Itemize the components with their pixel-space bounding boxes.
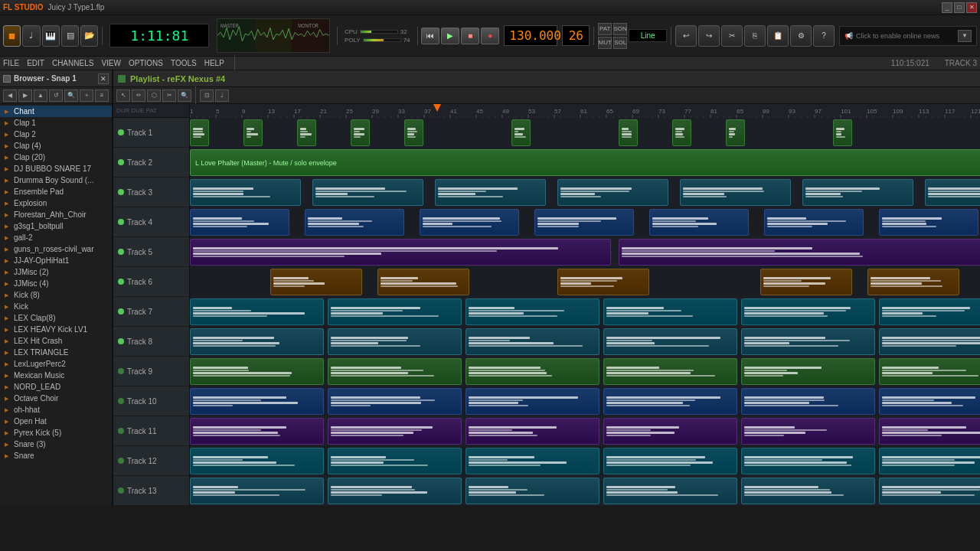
pattern-block[interactable] — [190, 448, 324, 474]
pl-tool-draw[interactable]: ✏ — [132, 90, 145, 102]
bpm-display[interactable]: 130.000 — [504, 25, 557, 46]
track-row[interactable] — [190, 178, 980, 207]
browser-item[interactable]: ▶Clap (4) — [0, 140, 112, 152]
track-row[interactable] — [190, 118, 980, 148]
pattern-block[interactable] — [190, 328, 324, 355]
icon-piano[interactable]: 🎹 — [42, 25, 60, 47]
paste-icon[interactable]: 📋 — [767, 25, 789, 47]
browser-item[interactable]: ▶DJ BUBBO SNARE 17 — [0, 163, 112, 174]
pattern-block[interactable] — [534, 209, 634, 236]
track-row[interactable] — [190, 416, 980, 446]
track-row[interactable] — [190, 357, 980, 386]
browser-close[interactable]: ✕ — [98, 73, 109, 84]
browser-item[interactable]: ▶JJMisc (4) — [0, 278, 112, 289]
pattern-block[interactable] — [190, 418, 324, 445]
close-button[interactable]: ✕ — [966, 2, 977, 13]
pattern-block[interactable] — [603, 478, 737, 504]
pattern-block[interactable] — [328, 298, 462, 325]
browser-item[interactable]: ▶Chant — [0, 106, 112, 117]
menu-edit[interactable]: EDIT — [27, 59, 44, 67]
browser-item[interactable]: ▶oh-hhat — [0, 404, 112, 416]
pattern-block[interactable] — [404, 119, 423, 146]
pattern-block[interactable] — [925, 179, 980, 206]
pattern-block[interactable] — [741, 298, 875, 325]
browser-item[interactable]: ▶Kick — [0, 301, 112, 312]
pattern-block[interactable] — [603, 298, 737, 325]
pattern-block[interactable] — [879, 298, 980, 325]
browser-item[interactable]: ▶Florestan_Ahh_Choir — [0, 209, 112, 220]
pattern-block[interactable] — [741, 388, 875, 415]
pattern-block[interactable] — [879, 418, 980, 445]
pl-snap[interactable]: ⊡ — [200, 90, 214, 102]
browser-item[interactable]: ▶Mexican Music — [0, 370, 112, 381]
pattern-block[interactable] — [879, 388, 980, 415]
browser-item[interactable]: ▶Pyrex Kick (5) — [0, 427, 112, 439]
track-label[interactable]: Track 11 — [113, 416, 189, 446]
pattern-block[interactable] — [741, 358, 875, 385]
solo-btn[interactable]: SOL — [613, 37, 627, 49]
pattern-block[interactable] — [351, 119, 370, 146]
browser-item[interactable]: ▶Clap 1 — [0, 117, 112, 129]
undo-icon[interactable]: ↩ — [675, 25, 697, 47]
pattern-block[interactable] — [879, 478, 980, 504]
browser-item[interactable]: ▶Octave Choir — [0, 393, 112, 404]
pattern-block[interactable] — [190, 179, 301, 206]
browser-item[interactable]: ▶LEX Hit Crash — [0, 335, 112, 347]
maximize-button[interactable]: □ — [954, 2, 965, 13]
menu-help[interactable]: HELP — [204, 59, 224, 67]
browser-back[interactable]: ◀ — [3, 90, 17, 102]
pat-btn[interactable]: PAT — [598, 23, 612, 35]
track-label[interactable]: Track 6 — [113, 267, 189, 297]
pattern-block[interactable] — [328, 448, 462, 474]
browser-item[interactable]: ▶LEX Clap(8) — [0, 312, 112, 324]
browser-item[interactable]: ▶Kick (8) — [0, 289, 112, 301]
track-label[interactable]: Track 4 — [113, 207, 189, 237]
browser-pin[interactable] — [3, 75, 11, 83]
pattern-block[interactable] — [297, 119, 316, 146]
pattern-block[interactable] — [603, 358, 737, 385]
master-track-block[interactable]: L Love Phalter (Master) - Mute / solo en… — [190, 149, 980, 176]
pattern-block[interactable] — [190, 239, 611, 266]
redo-icon[interactable]: ↪ — [698, 25, 720, 47]
menu-options[interactable]: OPTIONS — [129, 59, 163, 67]
browser-item[interactable]: ▶Clap (20) — [0, 152, 112, 163]
browser-item[interactable]: ▶JJMisc (2) — [0, 266, 112, 278]
pl-tool-zoom[interactable]: 🔍 — [178, 90, 191, 102]
track-label[interactable]: Track 13 — [113, 476, 189, 506]
browser-item[interactable]: ▶LEX HEAVY Kick LV1 — [0, 324, 112, 335]
pattern-block[interactable] — [741, 418, 875, 445]
icon-mixer[interactable]: ▦ — [3, 25, 21, 47]
track-row[interactable] — [190, 267, 980, 297]
browser-item[interactable]: ▶LEX TRIANGLE — [0, 347, 112, 358]
pattern-block[interactable] — [741, 328, 875, 355]
pattern-block[interactable] — [466, 388, 599, 415]
pattern-block[interactable] — [603, 328, 737, 355]
pattern-block[interactable] — [190, 209, 289, 236]
track-label[interactable]: Track 2 — [113, 148, 189, 178]
pattern-block[interactable] — [420, 209, 519, 236]
pattern-block[interactable] — [270, 269, 362, 295]
pattern-block[interactable] — [603, 418, 737, 445]
pattern-block[interactable] — [741, 478, 875, 504]
pattern-block[interactable] — [328, 478, 462, 504]
pattern-block[interactable] — [377, 269, 469, 295]
news-expand[interactable]: ▼ — [958, 30, 972, 42]
pattern-block[interactable] — [435, 179, 546, 206]
menu-view[interactable]: VIEW — [101, 59, 121, 67]
pattern-block[interactable] — [741, 448, 875, 474]
pattern-block[interactable] — [312, 179, 423, 206]
browser-item[interactable]: ▶Ensemble Pad — [0, 186, 112, 197]
browser-item[interactable]: ▶Open Hat — [0, 416, 112, 427]
track-row[interactable] — [190, 237, 980, 267]
browser-add[interactable]: + — [80, 90, 93, 102]
track-label[interactable]: Track 12 — [113, 446, 189, 476]
pattern-block[interactable] — [760, 269, 852, 295]
track-label[interactable]: Track 5 — [113, 237, 189, 267]
track-label[interactable]: Track 9 — [113, 357, 189, 386]
pattern-block[interactable] — [466, 298, 599, 325]
browser-item[interactable]: ▶Drumma Boy Sound (... — [0, 174, 112, 186]
browser-options[interactable]: ≡ — [95, 90, 109, 102]
pattern-block[interactable] — [557, 269, 649, 295]
pattern-block[interactable] — [833, 119, 852, 146]
browser-item[interactable]: ▶NORD_LEAD — [0, 381, 112, 393]
